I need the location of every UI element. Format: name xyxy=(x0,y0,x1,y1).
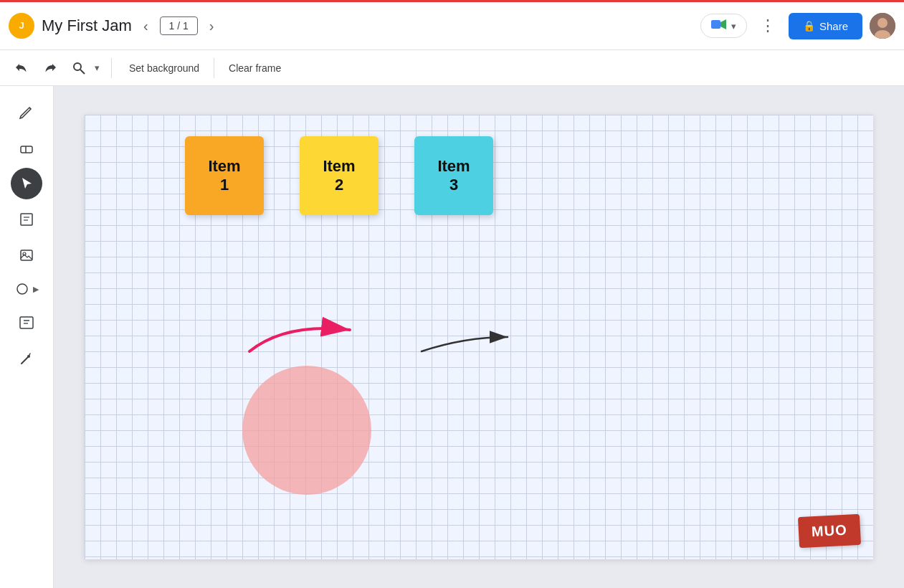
svg-rect-2 xyxy=(711,20,720,29)
toolbar-divider-2 xyxy=(214,58,214,78)
slide-counter: 1 / 1 xyxy=(160,16,198,35)
toolbar: ▾ Set background Clear frame xyxy=(0,50,904,86)
avatar-image xyxy=(870,13,895,39)
shape-expand-icon: ▶ xyxy=(33,285,39,294)
note2-text: Item 2 xyxy=(323,157,355,195)
user-avatar[interactable] xyxy=(870,13,895,39)
zoom-control[interactable]: ▾ xyxy=(66,56,103,80)
meet-camera-icon xyxy=(711,19,727,33)
svg-point-7 xyxy=(74,63,81,70)
redo-button[interactable] xyxy=(37,56,63,80)
share-label: Share xyxy=(819,20,848,32)
svg-point-16 xyxy=(17,284,27,294)
main-content: ▶ Item 1 Item 2 Item 3 xyxy=(0,86,904,588)
clear-frame-button[interactable]: Clear frame xyxy=(220,57,290,79)
eraser-tool-button[interactable] xyxy=(11,132,42,163)
pen-tool-button[interactable] xyxy=(11,96,42,128)
text-tool-button[interactable] xyxy=(11,307,42,338)
lock-icon: 🔒 xyxy=(803,20,815,32)
pink-circle-shape[interactable] xyxy=(242,366,371,495)
more-options-button[interactable]: ⋮ xyxy=(754,14,781,38)
left-sidebar: ▶ xyxy=(0,86,54,588)
whiteboard[interactable]: Item 1 Item 2 Item 3 xyxy=(85,115,873,559)
svg-rect-11 xyxy=(21,214,32,225)
document-title[interactable]: My First Jam xyxy=(42,16,132,35)
laser-tool-button[interactable] xyxy=(11,343,42,374)
undo-button[interactable] xyxy=(9,56,34,80)
select-tool-button[interactable] xyxy=(11,168,42,199)
sticky-note-1[interactable]: Item 1 xyxy=(185,136,264,215)
note1-text: Item 1 xyxy=(208,157,240,195)
toolbar-divider xyxy=(111,58,112,78)
sticky-note-tool-button[interactable] xyxy=(11,204,42,235)
muo-watermark: MUO xyxy=(798,514,861,548)
svg-marker-3 xyxy=(720,19,726,29)
svg-point-5 xyxy=(877,18,888,28)
svg-text:J: J xyxy=(19,20,24,31)
svg-point-20 xyxy=(27,355,30,358)
sticky-note-3[interactable]: Item 3 xyxy=(414,136,493,215)
svg-line-8 xyxy=(80,70,85,74)
app-logo: J xyxy=(9,13,34,39)
google-meet-button[interactable]: ▾ xyxy=(700,14,747,38)
svg-rect-9 xyxy=(21,146,32,153)
meet-chevron-icon: ▾ xyxy=(731,21,736,32)
note3-text: Item 3 xyxy=(437,157,470,195)
svg-rect-17 xyxy=(20,317,33,328)
sticky-note-2[interactable]: Item 2 xyxy=(300,136,379,215)
zoom-dropdown-button[interactable]: ▾ xyxy=(92,60,103,76)
set-background-button[interactable]: Set background xyxy=(120,57,208,79)
app-header: J My First Jam ‹ 1 / 1 › ▾ ⋮ 🔒 Share xyxy=(0,0,904,50)
prev-slide-button[interactable]: ‹ xyxy=(139,14,153,39)
watermark-text: MUO xyxy=(812,522,848,540)
zoom-button[interactable] xyxy=(66,56,92,80)
canvas-area[interactable]: Item 1 Item 2 Item 3 xyxy=(54,86,904,588)
share-button[interactable]: 🔒 Share xyxy=(789,13,862,39)
next-slide-button[interactable]: › xyxy=(205,14,219,39)
image-tool-button[interactable] xyxy=(11,240,42,271)
shape-tool-button[interactable]: ▶ xyxy=(7,275,46,303)
svg-rect-14 xyxy=(21,250,32,260)
